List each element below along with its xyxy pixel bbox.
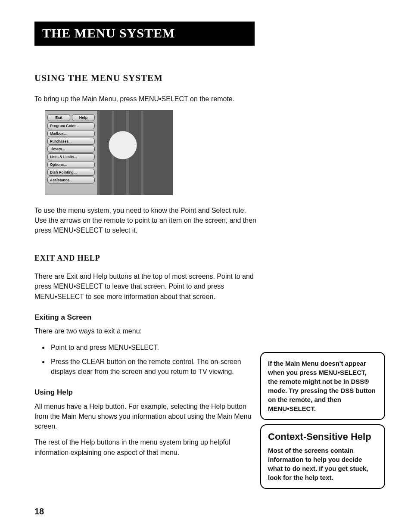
heading-using-help: Using Help [34,387,256,398]
menu-item: Program Guide... [47,122,95,129]
menu-item: Timers... [47,146,95,152]
menu-item: Lists & Limits... [47,153,95,160]
menu-item: Purchases... [47,138,95,145]
menu-exit-button: Exit [47,114,70,121]
onscreen-menu: Exit Help Program Guide... Mailbox... Pu… [47,114,95,184]
note-text: Most of the screens contain information … [268,446,377,482]
sidebar-note-context-help: Context-Sensitive Help Most of the scree… [260,424,385,489]
bullet-item: Point to and press MENU•SELECT. [49,342,256,352]
menu-item: Options... [47,161,95,168]
heading-exiting-screen: Exiting a Screen [34,312,256,323]
exiting-intro: There are two ways to exit a menu: [34,326,256,336]
menu-item: Dish Pointing... [47,169,95,176]
point-select-text: To use the menu system, you need to know… [34,205,256,236]
exit-help-text: There are Exit and Help buttons at the t… [34,271,256,302]
using-help-p1: All menus have a Help button. For exampl… [34,401,256,432]
note-text: If the Main Menu doesn't appear when you… [268,359,377,413]
using-help-p2: The rest of the Help buttons in the menu… [34,437,256,457]
heading-using-menu: Using the Menu System [34,72,256,84]
menu-help-button: Help [72,114,95,121]
bullet-item: Press the CLEAR button on the remote con… [49,357,256,376]
section-banner: The Menu System [34,22,255,46]
tv-screenshot: Exit Help Program Guide... Mailbox... Pu… [45,110,173,195]
heading-exit-help: Exit and Help [34,252,256,264]
page-number: 18 [34,507,44,516]
menu-item: Mailbox... [47,130,95,137]
tv-background-photo [97,111,172,195]
sidebar-note-dss: If the Main Menu doesn't appear when you… [260,352,385,420]
note-title: Context-Sensitive Help [268,431,377,442]
intro-text: To bring up the Main Menu, press MENU•SE… [34,94,256,104]
menu-item: Assistance... [47,177,95,184]
